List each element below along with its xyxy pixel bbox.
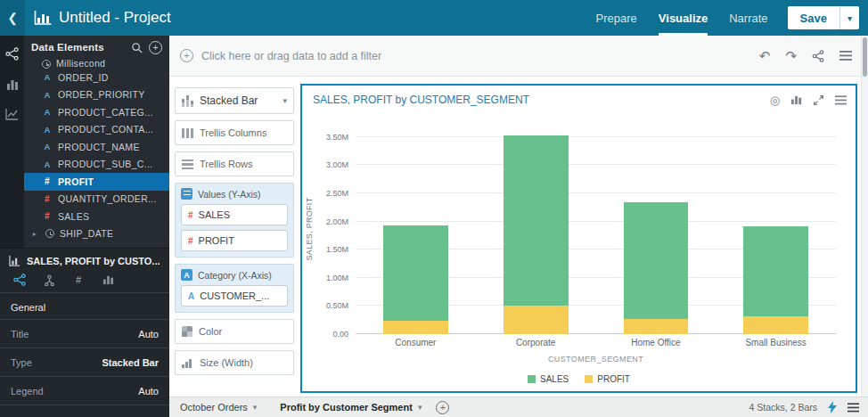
data-element-sales[interactable]: #SALES: [24, 208, 169, 225]
property-label: Title: [11, 329, 29, 339]
bar-segment-profit[interactable]: [743, 316, 808, 334]
stacked-bar-consumer[interactable]: [383, 123, 448, 334]
color-drop-target[interactable]: Color: [175, 319, 294, 344]
tab-narrate[interactable]: Narrate: [729, 0, 767, 36]
data-elements-list: MillisecondAORDER_IDAORDER_PRIORITYAPROD…: [24, 59, 169, 248]
property-row-title[interactable]: Title Auto: [0, 320, 169, 348]
left-sidebar: Data Elements + MillisecondAORDER_IDAORD…: [0, 36, 169, 417]
expand-icon[interactable]: ▸: [29, 230, 40, 238]
data-element-ship-date[interactable]: ▸SHIP_DATE: [24, 225, 169, 243]
main-area: + Click here or drag data to add a filte…: [169, 36, 868, 417]
hierarchy-properties-icon[interactable]: [42, 274, 56, 286]
legend-item-sales[interactable]: SALES: [528, 374, 569, 384]
data-element-profit[interactable]: #PROFIT: [24, 173, 169, 191]
property-row-type[interactable]: Type Stacked Bar: [0, 348, 169, 377]
data-element-quantity-order[interactable]: #QUANTITY_ORDER...: [24, 191, 169, 208]
canvas-tab[interactable]: Profit by Customer Segment ▾: [280, 402, 422, 413]
bar-segment-profit[interactable]: [624, 319, 689, 334]
values-properties-icon[interactable]: #: [71, 274, 86, 286]
bar-segment-sales[interactable]: [743, 226, 808, 317]
pill-label: PROFIT: [199, 235, 234, 246]
chart-type-label: Stacked Bar: [200, 94, 258, 107]
pill-label: CUSTOMER_...: [200, 290, 269, 301]
pill-sales[interactable]: # SALES: [181, 204, 288, 225]
stacked-bar-icon: [182, 95, 193, 107]
trellis-columns-label: Trellis Columns: [200, 127, 266, 138]
tab-visualize[interactable]: Visualize: [659, 0, 708, 36]
trellis-columns-drop-target[interactable]: Trellis Columns: [175, 120, 294, 145]
bar-segment-sales[interactable]: [624, 202, 689, 319]
values-y-axis-section[interactable]: Values (Y-Axis) # SALES # PROFIT: [175, 183, 294, 258]
data-element-order-priority[interactable]: AORDER_PRIORITY: [24, 86, 169, 104]
pill-customer-segment[interactable]: A CUSTOMER_...: [181, 285, 288, 307]
plot-properties-icon[interactable]: [12, 274, 27, 286]
dataset-label: October Orders: [180, 402, 248, 413]
attribute-icon: A: [188, 291, 194, 301]
search-icon[interactable]: [131, 42, 143, 53]
share-icon[interactable]: [812, 50, 824, 62]
bar-segment-profit[interactable]: [504, 306, 569, 334]
chart-type-dropdown[interactable]: Stacked Bar ▾: [175, 87, 294, 114]
save-dropdown-caret-icon[interactable]: ▾: [840, 13, 859, 23]
trellis-rows-drop-target[interactable]: Trellis Rows: [175, 151, 294, 176]
add-filter-icon[interactable]: +: [180, 49, 193, 62]
save-label[interactable]: Save: [788, 12, 839, 25]
redo-icon[interactable]: ↷: [785, 48, 797, 64]
save-button[interactable]: Save ▾: [788, 6, 859, 29]
data-element-product-name[interactable]: APRODUCT_NAME: [24, 138, 169, 156]
maximize-icon[interactable]: [813, 94, 824, 106]
size-drop-target[interactable]: Size (Width): [175, 350, 294, 375]
canvas-tab-label: Profit by Customer Segment: [280, 402, 413, 413]
data-element-label: PRODUCT_CONTA...: [58, 124, 153, 135]
bar-segment-sales[interactable]: [504, 135, 569, 306]
data-element-product-categ[interactable]: APRODUCT_CATEG...: [24, 103, 169, 121]
stacked-bar-small-business[interactable]: [743, 123, 808, 334]
properties-section-general: General: [0, 293, 169, 320]
data-element-product-conta[interactable]: APRODUCT_CONTA...: [24, 121, 169, 139]
size-width-icon: [182, 357, 193, 368]
y-tick-label: 1.50M: [326, 245, 348, 254]
property-value[interactable]: Auto: [138, 386, 159, 397]
legend-item-profit[interactable]: PROFIT: [585, 374, 630, 384]
data-elements-title: Data Elements: [31, 42, 104, 53]
connect-data-icon[interactable]: [5, 46, 20, 61]
bar-slot: [476, 123, 596, 334]
attribute-icon: A: [42, 142, 53, 151]
add-filter-prompt[interactable]: + Click here or drag data to add a filte…: [180, 49, 381, 62]
bar-segment-profit[interactable]: [383, 321, 448, 334]
stacked-bar-home-office[interactable]: [624, 123, 689, 334]
auto-apply-bolt-icon[interactable]: [828, 401, 837, 413]
add-data-icon[interactable]: +: [149, 41, 162, 54]
scrollbar-thumb[interactable]: [863, 37, 867, 77]
trellis-rows-icon: [182, 159, 193, 169]
data-element-product-sub-c[interactable]: APRODUCT_SUB_C...: [24, 156, 169, 174]
chart-type-icon[interactable]: [790, 94, 802, 105]
dataset-selector[interactable]: October Orders ▾: [180, 402, 257, 413]
stacked-bar-corporate[interactable]: [504, 123, 569, 334]
add-canvas-button[interactable]: +: [436, 401, 449, 414]
category-x-axis-section[interactable]: A Category (X-Axis) A CUSTOMER_...: [175, 264, 294, 313]
visualize-icon[interactable]: [5, 77, 20, 91]
data-element-order-id[interactable]: AORDER_ID: [24, 69, 169, 86]
property-value[interactable]: Auto: [138, 329, 159, 339]
analytics-properties-icon[interactable]: [101, 274, 115, 286]
pill-profit[interactable]: # PROFIT: [181, 230, 288, 251]
menu-icon[interactable]: [835, 95, 847, 105]
menu-icon[interactable]: [848, 403, 859, 413]
menu-icon[interactable]: [839, 51, 852, 61]
vertical-scrollbar[interactable]: [861, 36, 868, 397]
tab-prepare[interactable]: Prepare: [596, 0, 637, 36]
x-labels: ConsumerCorporateHome OfficeSmall Busine…: [356, 338, 836, 350]
bullseye-icon[interactable]: ◎: [770, 94, 780, 107]
calculations-icon[interactable]: [5, 107, 20, 121]
y-tick-label: 1.00M: [326, 274, 348, 282]
undo-icon[interactable]: ↶: [759, 48, 771, 64]
back-button[interactable]: ❮: [0, 0, 25, 36]
property-row-legend[interactable]: Legend Auto: [0, 377, 169, 405]
visualization-canvas[interactable]: SALES, PROFIT by CUSTOMER_SEGMENT ◎: [300, 84, 857, 393]
property-value[interactable]: Stacked Bar: [102, 357, 159, 368]
bar-segment-sales[interactable]: [383, 225, 448, 321]
property-label: Type: [11, 357, 32, 368]
data-element-millisecond[interactable]: Millisecond: [24, 60, 169, 69]
measure-icon: #: [42, 194, 53, 204]
